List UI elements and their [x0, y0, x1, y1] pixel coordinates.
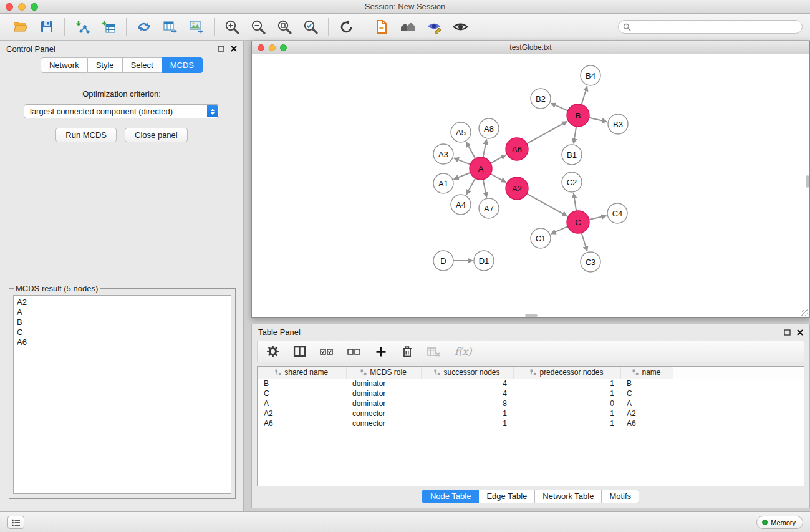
table-settings-button[interactable] [266, 345, 279, 358]
graph-node-A[interactable]: A [470, 157, 492, 180]
fullscreen-window-button[interactable] [31, 3, 38, 11]
column-header-predecessor-nodes[interactable]: predecessor nodes [513, 367, 620, 379]
cell-shared-name[interactable]: A [258, 399, 346, 409]
function-builder-button[interactable]: f(x) [455, 346, 471, 357]
graph-node-B2[interactable]: B2 [531, 89, 551, 109]
cell-name[interactable]: B [620, 379, 673, 389]
list-item[interactable]: A2 [17, 297, 228, 307]
edge-B-B4[interactable] [581, 86, 587, 105]
graph-node-B[interactable]: B [567, 104, 589, 127]
minimize-network-window-button[interactable] [269, 44, 276, 51]
memory-button[interactable]: Memory [756, 516, 803, 529]
cell-name[interactable]: A6 [620, 418, 673, 428]
tab-network[interactable]: Network [41, 57, 88, 73]
show-columns-button[interactable] [293, 345, 306, 358]
export-image-button[interactable] [183, 16, 210, 38]
edge-A-A8[interactable] [483, 140, 487, 158]
create-column-button[interactable] [375, 346, 387, 358]
cell-shared-name[interactable]: B [258, 379, 346, 389]
list-item[interactable]: A [17, 307, 228, 317]
cell-successor-nodes[interactable]: 1 [421, 418, 513, 428]
tab-style[interactable]: Style [88, 57, 123, 73]
edge-A2-C[interactable] [527, 194, 567, 216]
graph-node-A3[interactable]: A3 [433, 144, 453, 164]
cell-name[interactable]: A [620, 399, 673, 409]
search-input[interactable] [634, 22, 798, 31]
horizontal-scrollbar-thumb[interactable] [525, 314, 538, 317]
close-table-panel-icon[interactable] [797, 329, 803, 336]
cell-successor-nodes[interactable]: 4 [421, 389, 513, 399]
graph-node-A5[interactable]: A5 [451, 122, 471, 142]
column-header-name[interactable]: name [620, 367, 673, 379]
cell-successor-nodes[interactable]: 1 [421, 409, 513, 418]
graph-node-A7[interactable]: A7 [479, 198, 499, 218]
home-button[interactable] [395, 16, 421, 38]
edge-A-A5[interactable] [466, 142, 476, 158]
zoom-in-button[interactable] [219, 16, 245, 38]
graphics-details-button[interactable] [421, 16, 447, 38]
cell-successor-nodes[interactable]: 4 [421, 379, 513, 389]
unselect-all-columns-button[interactable] [347, 346, 361, 358]
edge-A-A7[interactable] [483, 180, 487, 198]
edge-B-B2[interactable] [551, 103, 567, 110]
float-panel-icon[interactable] [218, 46, 224, 52]
network-window-titlebar[interactable]: testGlobe.txt [252, 41, 809, 54]
zoom-fit-button[interactable] [271, 16, 297, 38]
tab-motifs[interactable]: Motifs [602, 490, 639, 503]
table-row[interactable]: C dominator 4 1 C [258, 389, 804, 399]
float-table-panel-icon[interactable] [784, 329, 791, 336]
column-header-shared-name[interactable]: shared name [258, 367, 346, 379]
cell-predecessor-nodes[interactable]: 1 [513, 418, 620, 428]
list-item[interactable]: B [17, 317, 228, 327]
cell-mcds-role[interactable]: dominator [346, 379, 421, 389]
edge-A-A6[interactable] [491, 155, 506, 163]
edge-B-B1[interactable] [574, 127, 576, 143]
run-mcds-button[interactable]: Run MCDS [55, 128, 117, 142]
close-panel-button[interactable]: Close panel [125, 128, 188, 142]
cell-mcds-role[interactable]: dominator [346, 399, 421, 409]
column-header-mcds-role[interactable]: MCDS role [346, 367, 421, 379]
edge-A-A2[interactable] [491, 174, 506, 183]
edge-A-A4[interactable] [466, 178, 476, 195]
graph-node-A8[interactable]: A8 [479, 118, 499, 138]
graph-node-A1[interactable]: A1 [433, 173, 453, 193]
cell-mcds-role[interactable]: connector [346, 418, 421, 428]
graph-node-C3[interactable]: C3 [581, 252, 600, 272]
cell-successor-nodes[interactable]: 8 [421, 399, 513, 409]
vertical-scrollbar-thumb[interactable] [806, 175, 809, 188]
edge-B-B3[interactable] [589, 118, 607, 122]
minimize-window-button[interactable] [18, 3, 26, 11]
mcds-result-list[interactable]: A2 A B C A6 [13, 295, 231, 494]
close-panel-icon[interactable] [231, 46, 237, 52]
maximize-network-window-button[interactable] [280, 44, 287, 51]
graph-node-D[interactable]: D [433, 251, 453, 271]
edge-C-C4[interactable] [589, 216, 607, 220]
graph-node-D1[interactable]: D1 [474, 251, 494, 271]
cell-shared-name[interactable]: A6 [258, 418, 346, 428]
show-hide-button[interactable] [447, 16, 473, 38]
zoom-out-button[interactable] [245, 16, 271, 38]
export-table-button[interactable] [157, 16, 183, 38]
graph-node-C2[interactable]: C2 [562, 172, 582, 192]
column-header-successor-nodes[interactable]: successor nodes [421, 367, 513, 379]
delete-table-button[interactable] [427, 346, 441, 358]
tab-edge-table[interactable]: Edge Table [479, 490, 535, 503]
graph-node-B4[interactable]: B4 [581, 65, 600, 85]
cell-predecessor-nodes[interactable]: 0 [513, 399, 620, 409]
cell-predecessor-nodes[interactable]: 1 [513, 379, 620, 389]
resize-grip[interactable] [801, 309, 809, 317]
save-session-button[interactable] [34, 16, 60, 38]
table-row[interactable]: A2 connector 1 1 A2 [258, 409, 804, 418]
cell-predecessor-nodes[interactable]: 1 [513, 389, 620, 399]
search-field[interactable] [618, 20, 803, 34]
graph-node-A2[interactable]: A2 [506, 177, 528, 200]
import-table-from-file-button[interactable] [95, 16, 122, 38]
edge-C-C2[interactable] [574, 193, 576, 211]
tab-network-table[interactable]: Network Table [535, 490, 602, 503]
graph-node-C1[interactable]: C1 [531, 228, 551, 248]
tab-node-table[interactable]: Node Table [422, 490, 480, 503]
table-row[interactable]: A6 connector 1 1 A6 [258, 418, 804, 428]
cell-name[interactable]: C [620, 389, 673, 399]
graph-node-B1[interactable]: B1 [562, 145, 582, 165]
graph-node-C[interactable]: C [567, 211, 589, 233]
